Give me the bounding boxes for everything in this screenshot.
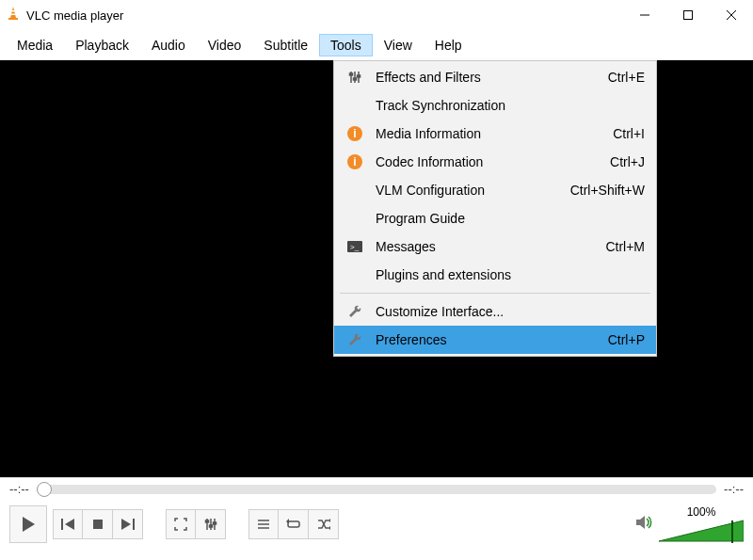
svg-marker-37 [329, 526, 330, 530]
svg-marker-24 [121, 519, 131, 530]
menu-item-track-synchronization[interactable]: Track Synchronization [334, 91, 656, 120]
seek-bar[interactable] [37, 485, 716, 494]
menu-view[interactable]: View [373, 34, 424, 56]
menu-item-shortcut: Ctrl+E [608, 70, 645, 85]
stop-button[interactable] [83, 509, 113, 539]
sliders-icon [345, 71, 364, 84]
playlist-button[interactable] [248, 509, 279, 539]
svg-rect-2 [11, 14, 16, 16]
svg-marker-39 [659, 520, 744, 541]
menu-item-messages[interactable]: >_MessagesCtrl+M [334, 232, 656, 261]
bottom-controls: --:-- --:-- [0, 477, 753, 560]
svg-rect-23 [93, 520, 103, 529]
svg-rect-16 [354, 78, 357, 80]
menu-help[interactable]: Help [424, 34, 473, 56]
volume-label: 100% [687, 505, 716, 519]
maximize-button[interactable] [666, 0, 710, 30]
menu-item-label: Plugins and extensions [376, 267, 645, 282]
menu-item-shortcut: Ctrl+I [613, 126, 645, 141]
menu-separator [340, 293, 650, 294]
next-button[interactable] [113, 509, 143, 539]
svg-rect-25 [133, 519, 135, 530]
menu-item-label: Codec Information [376, 154, 610, 169]
menu-item-program-guide[interactable]: Program Guide [334, 204, 656, 232]
video-area: Effects and FiltersCtrl+ETrack Synchroni… [0, 60, 753, 477]
menu-tools[interactable]: Tools [319, 34, 373, 56]
window-title: VLC media player [26, 8, 123, 23]
fullscreen-button[interactable] [166, 509, 196, 539]
menu-item-label: Program Guide [376, 211, 645, 226]
menu-item-preferences[interactable]: PreferencesCtrl+P [334, 326, 656, 354]
wrench-icon [345, 305, 364, 318]
time-elapsed: --:-- [9, 482, 29, 496]
svg-rect-30 [209, 525, 212, 527]
svg-rect-5 [684, 11, 693, 20]
menu-playback[interactable]: Playback [64, 34, 140, 56]
menu-subtitle[interactable]: Subtitle [252, 34, 319, 56]
menu-item-label: Effects and Filters [376, 70, 608, 85]
volume-control: 100% [634, 505, 744, 543]
svg-rect-15 [350, 73, 353, 75]
minimize-button[interactable] [623, 0, 666, 30]
svg-marker-20 [23, 517, 35, 532]
menu-item-label: Preferences [376, 332, 608, 347]
menu-item-media-information[interactable]: iMedia InformationCtrl+I [334, 120, 656, 148]
menu-item-label: Track Synchronization [376, 98, 645, 113]
menu-item-shortcut: Ctrl+J [610, 154, 645, 169]
menu-item-customize-interface[interactable]: Customize Interface... [334, 297, 656, 326]
menu-item-label: VLM Configuration [376, 183, 570, 198]
info-icon: i [345, 154, 364, 169]
menu-media[interactable]: Media [6, 34, 64, 56]
svg-text:>_: >_ [350, 243, 360, 251]
loop-button[interactable] [279, 509, 309, 539]
play-button[interactable] [9, 505, 47, 543]
svg-rect-1 [12, 10, 15, 12]
previous-button[interactable] [53, 509, 83, 539]
menu-item-effects-and-filters[interactable]: Effects and FiltersCtrl+E [334, 63, 656, 91]
menubar: MediaPlaybackAudioVideoSubtitleToolsView… [0, 30, 753, 60]
wrench-icon [345, 333, 364, 346]
svg-rect-31 [213, 522, 216, 524]
menu-audio[interactable]: Audio [140, 34, 197, 56]
shuffle-button[interactable] [309, 509, 339, 539]
svg-rect-17 [358, 75, 360, 77]
menu-item-plugins-and-extensions[interactable]: Plugins and extensions [334, 261, 656, 289]
svg-marker-36 [329, 519, 330, 522]
window-controls [623, 0, 753, 30]
time-remaining[interactable]: --:-- [724, 482, 744, 496]
menu-item-codec-information[interactable]: iCodec InformationCtrl+J [334, 148, 656, 176]
menu-item-label: Messages [376, 239, 605, 254]
svg-marker-38 [636, 516, 645, 529]
titlebar: VLC media player [0, 0, 753, 30]
volume-slider[interactable] [659, 519, 744, 543]
svg-marker-0 [10, 7, 16, 18]
tools-menu-dropdown: Effects and FiltersCtrl+ETrack Synchroni… [333, 60, 657, 357]
seek-row: --:-- --:-- [9, 482, 744, 496]
close-button[interactable] [710, 0, 753, 30]
svg-rect-3 [8, 18, 18, 20]
svg-marker-22 [65, 519, 74, 530]
menu-item-label: Customize Interface... [376, 304, 645, 319]
menu-item-shortcut: Ctrl+M [605, 239, 645, 254]
svg-rect-21 [61, 519, 63, 530]
menu-item-label: Media Information [376, 126, 613, 141]
menu-item-shortcut: Ctrl+Shift+W [570, 183, 645, 198]
control-row: 100% [9, 505, 744, 543]
extended-settings-button[interactable] [196, 509, 226, 539]
svg-rect-29 [205, 520, 208, 522]
menu-item-shortcut: Ctrl+P [608, 332, 645, 347]
speaker-icon[interactable] [634, 514, 653, 535]
terminal-icon: >_ [345, 241, 364, 252]
menu-item-vlm-configuration[interactable]: VLM ConfigurationCtrl+Shift+W [334, 176, 656, 204]
info-icon: i [345, 126, 364, 141]
vlc-cone-icon [6, 6, 21, 24]
menu-video[interactable]: Video [197, 34, 253, 56]
seek-knob[interactable] [37, 482, 52, 497]
